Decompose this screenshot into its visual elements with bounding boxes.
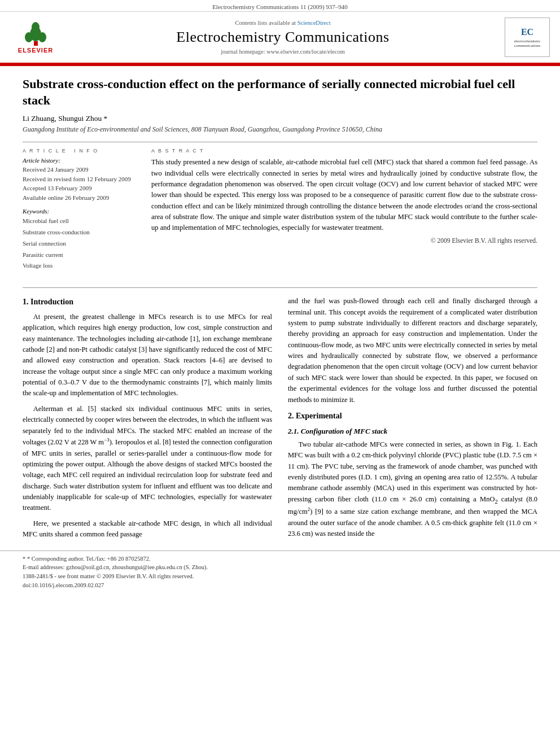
copyright-line: © 2009 Elsevier B.V. All rights reserved… (151, 237, 537, 244)
keyword-3: Serial connection (23, 238, 135, 250)
article-info-col: A R T I C L E I N F O Article history: R… (23, 148, 135, 277)
journal-title-center: Contents lists available at ScienceDirec… (61, 20, 505, 54)
body-divider (23, 287, 537, 288)
received-date: Received 24 January 2009 (23, 165, 135, 174)
abstract-text: This study presented a new design of sca… (151, 157, 537, 234)
intro-para1: At present, the greatest challenge in MF… (23, 312, 272, 399)
keyword-5: Voltage loss (23, 260, 135, 272)
keywords-list: Microbial fuel cell Substrate cross-cond… (23, 216, 135, 272)
article-authors: Li Zhuang, Shungui Zhou * (23, 114, 537, 123)
journal-icon-text: electrochemistry communications (505, 39, 549, 48)
keywords-group: Keywords: Microbial fuel cell Substrate … (23, 208, 135, 272)
main-content: Substrate cross-conduction effect on the… (0, 66, 560, 551)
footnote-issn: 1388-2481/$ - see front matter © 2009 El… (23, 572, 537, 581)
article-title: Substrate cross-conduction effect on the… (23, 76, 537, 108)
footnote-area: * * Corresponding author. Tel./fax: +86 … (0, 551, 560, 593)
accepted-date: Accepted 13 February 2009 (23, 184, 135, 193)
footnote-corresponding: * * Corresponding author. Tel./fax: +86 … (23, 554, 537, 563)
available-date: Available online 26 February 2009 (23, 193, 135, 203)
sciencedirect-link[interactable]: ScienceDirect (298, 20, 331, 26)
footnote-doi: doi:10.1016/j.elecom.2009.02.027 (23, 581, 537, 590)
svg-rect-0 (34, 41, 38, 46)
contents-line: Contents lists available at ScienceDirec… (61, 20, 505, 26)
article-info-label: A R T I C L E I N F O (23, 148, 135, 154)
body-two-col: 1. Introduction At present, the greatest… (23, 296, 537, 544)
article-affiliation: Guangdong Institute of Eco-environmental… (23, 125, 537, 134)
svg-point-3 (38, 32, 46, 42)
elsevier-logo-container: ELSEVIER (10, 18, 61, 57)
svg-point-2 (25, 32, 33, 42)
body-col-right: and the fuel was push-flowed through eac… (288, 296, 537, 544)
section2-heading: 2. Experimental (288, 410, 537, 422)
ec-icon: EC (521, 27, 533, 37)
elsevier-text: ELSEVIER (18, 47, 53, 54)
keyword-1: Microbial fuel cell (23, 216, 135, 227)
section1-heading: 1. Introduction (23, 296, 272, 308)
footnote-email: E-mail addresses: gzhou@soil.gd.cn, zhou… (23, 563, 537, 572)
journal-header: ELSEVIER Contents lists available at Sci… (0, 12, 560, 64)
keyword-2: Substrate cross-conduction (23, 227, 135, 238)
journal-homepage: journal homepage: www.elsevier.com/locat… (61, 49, 505, 55)
elsevier-logo: ELSEVIER (18, 21, 53, 54)
journal-main-title: Electrochemistry Communications (61, 28, 505, 46)
article-history-group: Article history: Received 24 January 200… (23, 157, 135, 202)
right-intro-para: and the fuel was push-flowed through eac… (288, 296, 537, 405)
revised-date: Received in revised form 12 February 200… (23, 174, 135, 184)
body-col-left: 1. Introduction At present, the greatest… (23, 296, 272, 544)
journal-citation: Electrochemistry Communications 11 (2009… (212, 3, 348, 10)
journal-top-bar: Electrochemistry Communications 11 (2009… (0, 0, 560, 12)
keyword-4: Parasitic current (23, 250, 135, 261)
abstract-col: A B S T R A C T This study presented a n… (151, 148, 537, 277)
keywords-label: Keywords: (23, 208, 135, 215)
footnote-star: * (23, 556, 27, 562)
page-container: Electrochemistry Communications 11 (2009… (0, 0, 560, 747)
intro-para2: Aelterman et al. [5] stacked six individ… (23, 404, 272, 514)
two-col-section: A R T I C L E I N F O Article history: R… (23, 142, 537, 277)
abstract-label: A B S T R A C T (151, 148, 537, 154)
svg-point-4 (32, 22, 40, 32)
intro-para3: Here, we presented a stackable air-catho… (23, 518, 272, 540)
journal-icon-box: EC electrochemistry communications (505, 18, 550, 57)
subsection21-heading: 2.1. Configuration of MFC stack (288, 426, 537, 437)
elsevier-tree-icon (20, 21, 51, 47)
history-label: Article history: (23, 157, 135, 164)
exp-para1: Two tubular air-cathode MFCs were connec… (288, 439, 537, 540)
